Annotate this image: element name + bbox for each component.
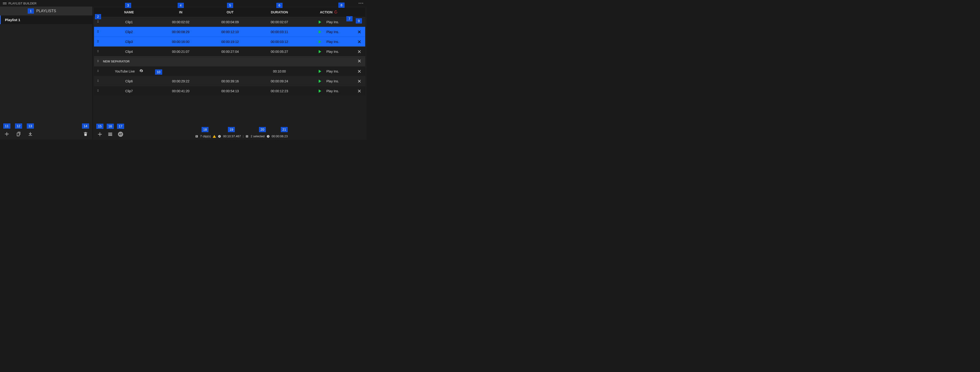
clip-duration: 00:10:00 — [255, 70, 304, 73]
clock-icon-2 — [267, 135, 270, 138]
clip-out: 00:00:39:16 — [205, 79, 255, 83]
play-icon[interactable] — [319, 89, 321, 93]
table-row[interactable]: Clip300:00:16:0000:00:19:1200:00:03:12Pl… — [94, 36, 365, 46]
play-icon[interactable] — [319, 21, 321, 24]
clip-in: 00:00:08:29 — [156, 30, 205, 34]
panel-drag-icon[interactable] — [3, 3, 6, 4]
clip-duration: 00:00:09:24 — [255, 79, 304, 83]
add-playlist-button[interactable]: 11 — [4, 131, 10, 136]
film-icon-2 — [245, 135, 249, 138]
callout-15: 15 — [96, 124, 103, 129]
total-duration: 00:10:37.467 — [223, 135, 241, 138]
callout-17: 17 — [117, 124, 124, 129]
callout-16: 16 — [107, 124, 114, 129]
header-out[interactable]: OUT — [227, 10, 234, 14]
sidebar: PLAYLISTS 1 Playlist 1 11 12 — [0, 6, 92, 139]
drag-handle-icon[interactable] — [94, 89, 102, 93]
drag-handle-icon[interactable] — [94, 79, 102, 83]
clip-name: YouTube Live — [115, 70, 135, 73]
callout-18: 18 — [202, 127, 209, 132]
callout-5: 5 — [227, 3, 233, 8]
content-area: 2 NAME 3 IN 4 OUT 5 DURATION — [92, 6, 367, 139]
callout-19: 19 — [228, 127, 235, 132]
clip-table: 2 NAME 3 IN 4 OUT 5 DURATION — [94, 8, 365, 96]
delete-row-button[interactable] — [357, 59, 361, 63]
clip-name: Clip7 — [125, 89, 133, 93]
drag-handle-icon[interactable] — [94, 30, 102, 34]
header-action[interactable]: ACTION — [320, 10, 332, 14]
delete-row-button[interactable] — [357, 40, 361, 44]
add-item-button[interactable]: 15 — [97, 132, 102, 137]
drag-handle-icon[interactable] — [94, 69, 102, 73]
clip-count: 7 clip(s) — [200, 135, 211, 138]
at-button[interactable]: AT 17 — [118, 132, 123, 137]
action-label: Play Ins. — [326, 50, 339, 54]
clip-out: 00:00:54:13 — [205, 89, 255, 93]
play-icon[interactable] — [319, 79, 321, 83]
delete-playlist-button[interactable]: 14 — [83, 131, 88, 136]
callout-4: 4 — [178, 3, 184, 8]
action-label: Play Ins. — [326, 30, 339, 34]
play-icon[interactable] — [319, 70, 321, 73]
play-icon[interactable] — [319, 50, 321, 53]
drag-handle-icon[interactable] — [94, 40, 102, 44]
separator-row[interactable]: NEW SEPARATOR — [94, 56, 365, 66]
drag-handle-icon[interactable] — [94, 20, 102, 24]
play-icon[interactable] — [319, 30, 321, 33]
table-row[interactable]: Clip700:00:41:2000:00:54:1300:00:12:23Pl… — [94, 86, 365, 96]
clip-name: Clip6 — [125, 79, 133, 83]
playlist-item[interactable]: Playlist 1 — [0, 16, 92, 24]
action-label: Play Ins. — [326, 89, 339, 93]
gear-icon[interactable] — [139, 69, 143, 73]
table-row[interactable]: Clip100:00:02:0200:00:04:0900:00:02:07Pl… — [94, 17, 365, 27]
action-label: Play Ins. — [326, 40, 339, 44]
callout-6: 6 — [276, 3, 283, 8]
clip-in: 00:00:21:07 — [156, 50, 205, 54]
header-duration[interactable]: DURATION — [271, 10, 288, 14]
clip-in: 00:00:02:02 — [156, 20, 205, 24]
table-row[interactable]: YouTube Live1000:10:00Play Ins. — [94, 66, 365, 76]
header-name[interactable]: NAME — [124, 10, 134, 14]
panel-menu-icon[interactable]: ••• — [358, 1, 364, 5]
panel-title: PLAYLIST BUILDER — [8, 2, 37, 5]
callout-9: 9 — [356, 18, 362, 24]
duplicate-playlist-button[interactable]: 12 — [16, 131, 21, 136]
table-row[interactable]: Clip600:00:29:2200:00:39:1600:00:09:24Pl… — [94, 76, 365, 86]
delete-row-button[interactable] — [357, 30, 361, 34]
action-label: Play Ins. — [326, 70, 339, 73]
callout-11: 11 — [3, 123, 10, 128]
drag-handle-icon[interactable] — [94, 59, 102, 63]
add-separator-button[interactable]: 16 — [108, 132, 113, 137]
callout-10: 10 — [155, 70, 162, 74]
refresh-icon[interactable] — [334, 10, 338, 14]
clip-duration: 00:00:03:11 — [255, 30, 304, 34]
delete-row-button[interactable] — [357, 49, 361, 54]
callout-7: 7 — [347, 16, 353, 21]
action-label: Play Ins. — [326, 20, 339, 24]
drag-handle-icon[interactable] — [94, 49, 102, 54]
table-row[interactable]: Clip400:00:21:0700:00:27:0400:00:05:27Pl… — [94, 46, 365, 56]
playlist-item-label: Playlist 1 — [5, 18, 20, 22]
playlists-header: PLAYLISTS 1 — [0, 6, 92, 16]
clip-out: 00:00:27:04 — [205, 50, 255, 54]
callout-21: 21 — [281, 127, 288, 132]
delete-row-button[interactable] — [357, 69, 361, 73]
header-in[interactable]: IN — [179, 10, 182, 14]
action-label: Play Ins. — [326, 79, 339, 83]
film-icon — [195, 135, 198, 138]
clip-in: 00:00:16:00 — [156, 40, 205, 44]
selected-duration: 00:00:06:23 — [272, 135, 288, 138]
selected-count: 2 selected — [251, 135, 264, 138]
warning-icon — [213, 135, 216, 138]
callout-13: 13 — [27, 123, 34, 128]
delete-row-button[interactable] — [357, 89, 361, 93]
delete-row-button[interactable] — [357, 79, 361, 83]
table-row[interactable]: Clip200:00:08:2900:00:12:1000:00:03:11Pl… — [94, 27, 365, 36]
download-playlist-button[interactable]: 13 — [28, 131, 33, 136]
clip-out: 00:00:19:12 — [205, 40, 255, 44]
clip-name: Clip3 — [125, 40, 133, 44]
table-header: 2 NAME 3 IN 4 OUT 5 DURATION — [94, 8, 365, 17]
clip-name: Clip4 — [125, 50, 133, 54]
play-icon[interactable] — [319, 40, 321, 43]
callout-1: 1 — [28, 8, 34, 14]
